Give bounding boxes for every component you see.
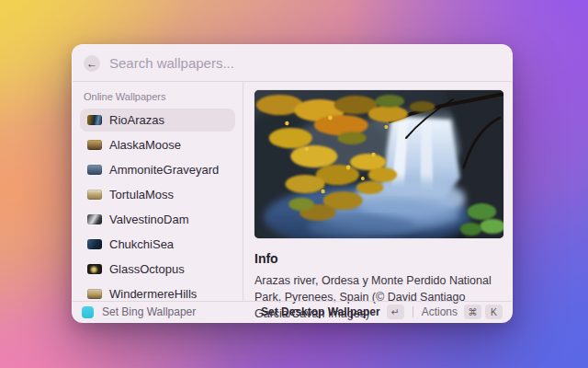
- list-item-ammonitegraveyard[interactable]: AmmoniteGraveyard: [80, 158, 235, 181]
- list-item-glassoctopus[interactable]: GlassOctopus: [80, 258, 235, 281]
- list-item-rioarazas[interactable]: RioArazas: [80, 109, 235, 132]
- list-item-label: GlassOctopus: [109, 262, 185, 276]
- wallpaper-thumbnail: [87, 190, 102, 200]
- wallpaper-thumbnail: [87, 214, 102, 224]
- wallpaper-list: Online Wallpapers RioArazas AlaskaMoose …: [73, 82, 243, 301]
- actions-menu-button[interactable]: Actions: [422, 305, 458, 318]
- info-heading: Info: [254, 251, 503, 266]
- wallpaper-thumbnail: [87, 115, 102, 125]
- command-key-icon: ⌘: [464, 305, 481, 319]
- list-item-windermerehills[interactable]: WindermereHills: [80, 282, 235, 301]
- extension-title: Set Bing Wallpaper: [102, 305, 196, 318]
- list-item-label: WindermereHills: [109, 287, 197, 301]
- search-bar: ←: [73, 45, 512, 82]
- back-arrow-icon: ←: [86, 58, 97, 69]
- list-item-valvestinodam[interactable]: ValvestinoDam: [80, 208, 235, 231]
- list-item-label: ChukchiSea: [109, 237, 174, 251]
- back-button[interactable]: ←: [84, 55, 100, 72]
- wallpaper-preview-image: [254, 90, 503, 238]
- wallpaper-thumbnail: [87, 239, 102, 249]
- wallpaper-thumbnail: [87, 140, 102, 150]
- action-bar: Set Bing Wallpaper Set Desktop Wallpaper…: [73, 301, 512, 322]
- footer-divider: [413, 306, 413, 317]
- k-key-icon: K: [485, 305, 503, 319]
- detail-pane: Info Arazas river, Ordesa y Monte Perdid…: [243, 82, 512, 301]
- list-item-label: ValvestinoDam: [109, 213, 188, 226]
- wallpaper-thumbnail: [87, 264, 102, 274]
- main-area: Online Wallpapers RioArazas AlaskaMoose …: [73, 82, 512, 301]
- search-input[interactable]: [109, 55, 501, 71]
- wallpaper-app-window: ← Online Wallpapers RioArazas AlaskaMoos…: [72, 44, 513, 323]
- list-item-chukchisea[interactable]: ChukchiSea: [80, 233, 235, 256]
- list-item-alaskamoose[interactable]: AlaskaMoose: [80, 133, 235, 156]
- wallpaper-thumbnail: [87, 165, 102, 175]
- bing-extension-icon: [82, 306, 94, 318]
- list-item-label: TortulaMoss: [109, 188, 174, 201]
- primary-action-button[interactable]: Set Desktop Wallpaper: [261, 305, 380, 318]
- return-key-icon: ↵: [387, 305, 404, 319]
- list-item-label: RioArazas: [109, 113, 164, 127]
- list-item-label: AlaskaMoose: [109, 138, 181, 152]
- section-header: Online Wallpapers: [84, 91, 232, 102]
- list-item-tortulamoss[interactable]: TortulaMoss: [80, 183, 235, 206]
- list-item-label: AmmoniteGraveyard: [109, 163, 219, 177]
- wallpaper-thumbnail: [87, 289, 102, 299]
